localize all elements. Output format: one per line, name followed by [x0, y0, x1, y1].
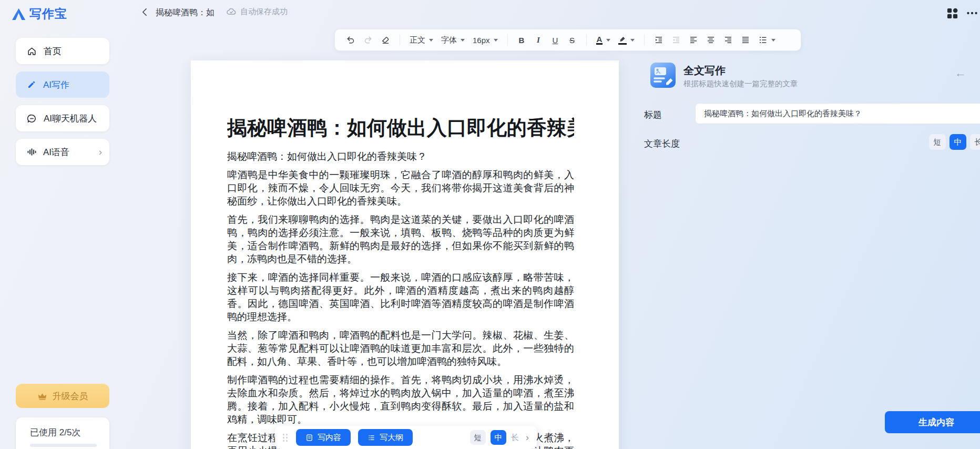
clear-format-eraser-button[interactable] [378, 32, 393, 48]
app-logo[interactable]: 写作宝 [12, 6, 67, 22]
length-option-medium[interactable]: 中 [491, 430, 506, 445]
chevron-down-icon [461, 39, 465, 42]
article-title-input[interactable] [695, 103, 980, 124]
chevron-down-icon [606, 39, 610, 42]
font-family-select[interactable]: 字体 [438, 32, 467, 48]
home-icon [27, 46, 37, 56]
title-field-label: 标题 [644, 109, 662, 121]
panel-back-arrow-icon[interactable]: ← [955, 66, 966, 80]
undo-button[interactable] [343, 32, 358, 48]
document-paragraph[interactable]: 当然，除了啤酒和鸭肉，啤酒鸭的配料也是一门大学问。辣椒、花椒、生姜、大蒜、葱等常… [227, 329, 574, 368]
toolbar-divider [400, 34, 400, 46]
chevron-right-icon: › [99, 146, 109, 158]
ai-actions-floating-bar: 写内容 写大纲 短 中 长 › [275, 426, 537, 449]
upgrade-membership-button[interactable]: 升级会员 [16, 384, 109, 408]
font-color-button[interactable]: A [594, 32, 614, 48]
document-title-breadcrumb[interactable]: 揭秘啤酒鸭：如 [156, 7, 220, 18]
length-option-group: 短 中 长 › [470, 430, 529, 445]
highlight-pen-icon [618, 36, 627, 45]
indent-decrease-button[interactable] [669, 32, 683, 48]
logo-icon [12, 8, 26, 21]
align-left-button[interactable] [686, 32, 701, 48]
usage-progress-bar [30, 444, 97, 447]
length-option-long[interactable]: 长 [511, 433, 519, 443]
document-paragraph[interactable]: 制作啤酒鸭的过程也需要精细的操作。首先，将鸭肉切成小块，用沸水焯烫，去除血水和杂… [227, 373, 574, 426]
document-lines-icon [305, 434, 313, 442]
write-content-button[interactable]: 写内容 [296, 429, 351, 446]
chatbot-icon [27, 114, 37, 124]
panel-title: 全文写作 [683, 64, 726, 78]
back-button[interactable] [140, 7, 150, 17]
apps-grid-icon[interactable] [945, 6, 959, 21]
logo-text: 写作宝 [29, 6, 67, 22]
length-option-medium[interactable]: 中 [950, 134, 966, 150]
document-paragraph[interactable]: 首先，我们来聊聊鸭肉的选择。鸭肉是这道菜的关键，要做出入口即化的啤酒鸭，鸭肉的选… [227, 213, 574, 266]
sidebar-label: AI聊天机器人 [44, 113, 97, 125]
redo-button[interactable] [361, 32, 375, 48]
write-outline-button[interactable]: 写大纲 [358, 429, 413, 446]
voice-waveform-icon [27, 147, 36, 157]
length-option-short[interactable]: 短 [470, 430, 486, 445]
chevron-down-icon [630, 39, 635, 42]
usage-quota-card: 已使用 2/5次 [16, 417, 109, 449]
list-style-button[interactable] [756, 32, 778, 48]
sidebar-item-ai-writing[interactable]: AI写作 [16, 72, 109, 98]
length-option-short[interactable]: 短 [929, 134, 946, 150]
toolbar-divider [644, 34, 645, 46]
align-center-button[interactable] [703, 32, 718, 48]
font-size-select[interactable]: 16px [470, 32, 501, 48]
length-option-long[interactable]: 长 [970, 134, 980, 150]
bold-button[interactable]: B [515, 32, 529, 48]
sidebar-label: AI语音 [43, 146, 69, 158]
paragraph-style-select[interactable]: 正文 [407, 32, 436, 48]
sidebar-label: AI写作 [43, 79, 69, 91]
top-header: 写作宝 揭秘啤酒鸭：如 自动保存成功 [0, 0, 980, 25]
pencil-icon [27, 80, 36, 89]
highlight-color-button[interactable] [616, 32, 637, 48]
italic-button[interactable]: I [532, 32, 546, 48]
panel-subtitle: 根据标题快速创建一篇完整的文章 [683, 79, 798, 89]
outline-list-icon [368, 434, 375, 442]
document-editor-canvas[interactable]: 揭秘啤酒鸭：如何做出入口即化的香辣美味 揭秘啤酒鸭：如何做出入口即化的香辣美味？… [191, 60, 619, 449]
drag-handle-icon[interactable] [283, 434, 288, 442]
sidebar-label: 首页 [44, 45, 62, 57]
full-text-writing-icon [650, 63, 676, 88]
sidebar-item-ai-chatbot[interactable]: AI聊天机器人 [16, 105, 109, 131]
chevron-down-icon [429, 39, 433, 42]
document-paragraph[interactable]: 啤酒鸭是中华美食中的一颗璀璨明珠，它融合了啤酒的醇厚和鸭肉的鲜美，入口即化，辣而… [227, 168, 574, 208]
sidebar-item-ai-voice[interactable]: AI语音 › [16, 139, 109, 165]
sidebar-item-home[interactable]: 首页 [16, 38, 109, 64]
document-paragraph[interactable]: 接下来，啤酒的选择同样重要。一般来说，啤酒的口感应该醇厚，略带苦味，这样可以与鸭… [227, 271, 574, 323]
more-menu-icon[interactable] [965, 6, 979, 20]
align-justify-button[interactable] [738, 32, 753, 48]
chevron-down-icon [494, 39, 498, 42]
document-title[interactable]: 揭秘啤酒鸭：如何做出入口即化的香辣美味 [227, 116, 574, 139]
document-paragraph[interactable]: 揭秘啤酒鸭：如何做出入口即化的香辣美味？ [227, 150, 574, 163]
autosave-status: 自动保存成功 [226, 6, 288, 17]
crown-icon [37, 391, 47, 401]
toolbar-divider [507, 34, 508, 46]
cloud-check-icon [226, 6, 237, 17]
strikethrough-button[interactable]: S [565, 32, 579, 48]
article-length-group: 短 中 长 [929, 134, 980, 150]
usage-text: 已使用 2/5次 [30, 427, 80, 437]
toolbar-divider [586, 34, 587, 46]
chevron-down-icon [771, 39, 775, 42]
chevron-right-icon[interactable]: › [526, 432, 529, 443]
indent-increase-button[interactable] [651, 32, 666, 48]
editor-toolbar: 正文 字体 16px B I U S A [334, 29, 801, 51]
generate-content-button[interactable]: 生成内容 [885, 411, 980, 433]
length-field-label: 文章长度 [644, 138, 680, 150]
underline-button[interactable]: U [548, 32, 563, 48]
align-right-button[interactable] [721, 32, 736, 48]
